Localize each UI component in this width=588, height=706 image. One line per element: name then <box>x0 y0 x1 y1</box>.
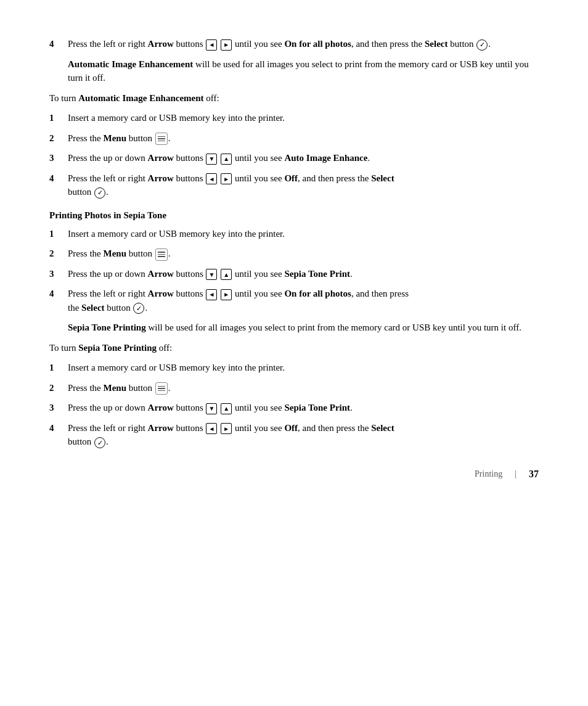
sepia-tone-print-label-2: Sepia Tone Print <box>284 403 350 413</box>
s1-item-2: 2 Press the Menu button . <box>49 131 539 146</box>
arrow-label-5: Arrow <box>148 289 174 298</box>
s1-item-1: 1 Insert a memory card or USB memory key… <box>49 111 539 125</box>
on-for-all-label: On for all photos <box>284 39 351 49</box>
s1-content-3: Press the up or down Arrow buttons ▼ ▲ u… <box>68 151 539 165</box>
s3-number-3: 3 <box>49 401 68 415</box>
arrow-label-7: Arrow <box>148 423 174 433</box>
step-4-top-content: Press the left or right Arrow buttons ◄ … <box>68 37 539 51</box>
s2-number-2: 2 <box>49 247 68 261</box>
s3-content-4: Press the left or right Arrow buttons ◄ … <box>68 421 539 449</box>
select-icon-4: ✓ <box>94 437 105 448</box>
to-turn-line-1: To turn Automatic Image Enhancement off: <box>49 91 539 105</box>
s2-content-1: Insert a memory card or USB memory key i… <box>68 227 539 241</box>
s3-number-2: 2 <box>49 381 68 395</box>
s1-item-3: 3 Press the up or down Arrow buttons ▼ ▲… <box>49 151 539 165</box>
select-label-4: Select <box>371 423 394 433</box>
arrow-label-2: Arrow <box>148 153 174 163</box>
s2-content-2: Press the Menu button . <box>68 247 539 261</box>
s3-item-2: 2 Press the Menu button . <box>49 381 539 395</box>
s2-item-3: 3 Press the up or down Arrow buttons ▼ ▲… <box>49 267 539 281</box>
select-icon: ✓ <box>476 39 488 51</box>
left-arrow-icon: ◄ <box>206 39 217 51</box>
sepia-tone-print-label-1: Sepia Tone Print <box>284 269 350 279</box>
step-4-top: 4 Press the left or right Arrow buttons … <box>49 37 539 51</box>
footer-label: Printing <box>475 469 502 479</box>
s2-item-1: 1 Insert a memory card or USB memory key… <box>49 227 539 241</box>
s2-number-3: 3 <box>49 267 68 281</box>
sepia-tone-printing-bold-2: Sepia Tone Printing <box>78 343 157 353</box>
auto-enhance-bold-2: Automatic Image Enhancement <box>78 93 203 103</box>
menu-label-3: Menu <box>104 383 127 393</box>
select-icon-2: ✓ <box>94 187 105 199</box>
menu-icon-1 <box>155 133 168 145</box>
s3-item-1: 1 Insert a memory card or USB memory key… <box>49 361 539 375</box>
select-label: Select <box>425 39 447 49</box>
off-label-1: Off <box>284 173 298 183</box>
s1-number-2: 2 <box>49 131 68 146</box>
down-arrow-icon-1: ▼ <box>206 154 217 165</box>
on-for-all-2: On for all photos <box>284 289 351 298</box>
s1-number-1: 1 <box>49 111 68 125</box>
menu-icon-3 <box>155 382 168 395</box>
arrow-label-6: Arrow <box>148 403 174 413</box>
select-icon-3: ✓ <box>133 303 144 314</box>
s2-content-4: Press the left or right Arrow buttons ◄ … <box>68 287 539 314</box>
arrow-label-4: Arrow <box>148 269 174 279</box>
s3-number-4: 4 <box>49 421 68 449</box>
right-arrow-icon: ► <box>221 39 232 51</box>
up-arrow-icon-3: ▲ <box>221 403 232 414</box>
down-arrow-icon-2: ▼ <box>206 269 217 280</box>
s1-content-2: Press the Menu button . <box>68 131 539 146</box>
s1-number-4: 4 <box>49 171 68 199</box>
s3-item-3: 3 Press the up or down Arrow buttons ▼ ▲… <box>49 401 539 415</box>
auto-enhance-bold: Automatic Image Enhancement <box>68 59 193 69</box>
menu-icon-2 <box>155 248 168 261</box>
up-arrow-icon-2: ▲ <box>221 269 232 280</box>
note-block-2: Sepia Tone Printing will be used for all… <box>68 321 539 335</box>
page-footer: Printing | 37 <box>475 469 539 480</box>
step-number-4-top: 4 <box>49 37 68 51</box>
select-label-2: Select <box>371 173 394 183</box>
down-arrow-icon-3: ▼ <box>206 403 217 414</box>
menu-label-2: Menu <box>104 248 127 258</box>
sepia-section-heading: Printing Photos in Sepia Tone <box>49 210 539 221</box>
left-arrow-icon-3: ◄ <box>206 289 217 300</box>
left-arrow-icon-2: ◄ <box>206 173 217 184</box>
s3-item-4: 4 Press the left or right Arrow buttons … <box>49 421 539 449</box>
menu-label-1: Menu <box>104 133 127 143</box>
arrow-label-3: Arrow <box>148 173 174 183</box>
s3-content-3: Press the up or down Arrow buttons ▼ ▲ u… <box>68 401 539 415</box>
s1-number-3: 3 <box>49 151 68 165</box>
s2-item-4: 4 Press the left or right Arrow buttons … <box>49 287 539 314</box>
auto-image-enhance-label: Auto Image Enhance <box>284 153 367 163</box>
right-arrow-icon-2: ► <box>221 173 232 184</box>
s3-content-2: Press the Menu button . <box>68 381 539 395</box>
s2-item-2: 2 Press the Menu button . <box>49 247 539 261</box>
s3-number-1: 1 <box>49 361 68 375</box>
s2-content-3: Press the up or down Arrow buttons ▼ ▲ u… <box>68 267 539 281</box>
right-arrow-icon-3: ► <box>221 289 232 300</box>
footer-divider: | <box>515 469 517 479</box>
right-arrow-icon-4: ► <box>221 423 232 434</box>
up-arrow-icon-1: ▲ <box>221 154 232 165</box>
off-label-2: Off <box>284 423 298 433</box>
note-block-1: Automatic Image Enhancement will be used… <box>68 57 539 85</box>
s2-number-1: 1 <box>49 227 68 241</box>
footer-page-number: 37 <box>529 469 539 480</box>
s1-content-1: Insert a memory card or USB memory key i… <box>68 111 539 125</box>
sepia-tone-printing-bold: Sepia Tone Printing <box>68 322 146 332</box>
select-label-3: Select <box>81 303 104 313</box>
s1-item-4: 4 Press the left or right Arrow buttons … <box>49 171 539 199</box>
to-turn-line-2: To turn Sepia Tone Printing off: <box>49 341 539 355</box>
s2-number-4: 4 <box>49 287 68 314</box>
s1-content-4: Press the left or right Arrow buttons ◄ … <box>68 171 539 199</box>
page-content: 4 Press the left or right Arrow buttons … <box>0 0 588 504</box>
arrow-label: Arrow <box>148 39 174 49</box>
s3-content-1: Insert a memory card or USB memory key i… <box>68 361 539 375</box>
left-arrow-icon-4: ◄ <box>206 423 217 434</box>
